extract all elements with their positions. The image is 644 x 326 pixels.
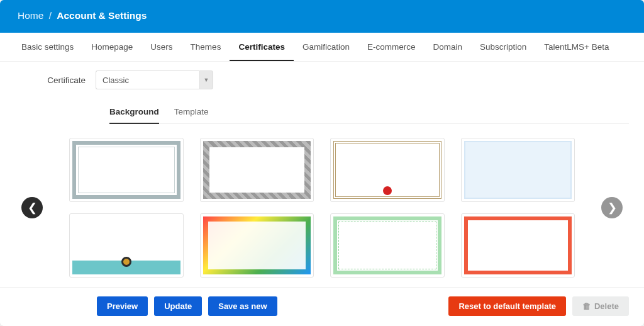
preview-button[interactable]: Preview: [97, 296, 148, 316]
background-thumb-6[interactable]: [200, 213, 314, 278]
tab-subscription[interactable]: Subscription: [471, 33, 535, 61]
background-thumb-7[interactable]: [330, 213, 445, 278]
breadcrumb-home[interactable]: Home: [18, 10, 43, 21]
carousel-prev-button[interactable]: ❮: [21, 197, 43, 218]
background-thumb-2[interactable]: [200, 138, 314, 202]
breadcrumb: Home / Account & Settings: [0, 0, 644, 33]
certificate-subtabs: Background Template: [109, 102, 629, 124]
chevron-left-icon: ❮: [28, 201, 37, 215]
chevron-down-icon: ▼: [199, 70, 213, 89]
background-thumb-4[interactable]: [461, 138, 575, 202]
subtab-background[interactable]: Background: [109, 102, 159, 124]
main-nav-tabs: Basic settings Homepage Users Themes Cer…: [0, 33, 644, 62]
reset-default-button[interactable]: Reset to default template: [448, 296, 566, 316]
tab-basic-settings[interactable]: Basic settings: [13, 33, 82, 61]
background-thumb-1[interactable]: [69, 138, 184, 202]
breadcrumb-separator: /: [49, 10, 52, 21]
background-thumb-5[interactable]: [69, 213, 184, 278]
tab-talentlms-beta[interactable]: TalentLMS+ Beta: [535, 33, 618, 61]
background-grid: [50, 137, 594, 279]
tab-ecommerce[interactable]: E-commerce: [358, 33, 425, 61]
certificate-label: Certificate: [15, 76, 86, 85]
delete-button-label: Delete: [594, 301, 619, 311]
tab-users[interactable]: Users: [142, 33, 181, 61]
tab-homepage[interactable]: Homepage: [82, 33, 142, 61]
page-title: Account & Settings: [57, 10, 147, 21]
tab-domain[interactable]: Domain: [424, 33, 471, 61]
tab-gamification[interactable]: Gamification: [294, 33, 358, 61]
subtab-template[interactable]: Template: [174, 102, 209, 124]
save-as-new-button[interactable]: Save as new: [208, 296, 277, 316]
delete-button[interactable]: 🗑 Delete: [572, 296, 629, 316]
tab-themes[interactable]: Themes: [182, 33, 230, 61]
update-button[interactable]: Update: [154, 296, 202, 316]
background-thumb-8[interactable]: [461, 213, 575, 278]
trash-icon: 🗑: [582, 301, 591, 311]
background-thumb-3[interactable]: [330, 138, 445, 202]
tab-certificates[interactable]: Certificates: [230, 33, 294, 61]
footer-actions: Preview Update Save as new Reset to defa…: [0, 287, 644, 326]
certificate-select[interactable]: Classic ▼: [96, 70, 213, 89]
chevron-right-icon: ❯: [608, 201, 617, 215]
carousel-next-button[interactable]: ❯: [601, 197, 623, 218]
certificate-selected-value: Classic: [96, 70, 199, 89]
